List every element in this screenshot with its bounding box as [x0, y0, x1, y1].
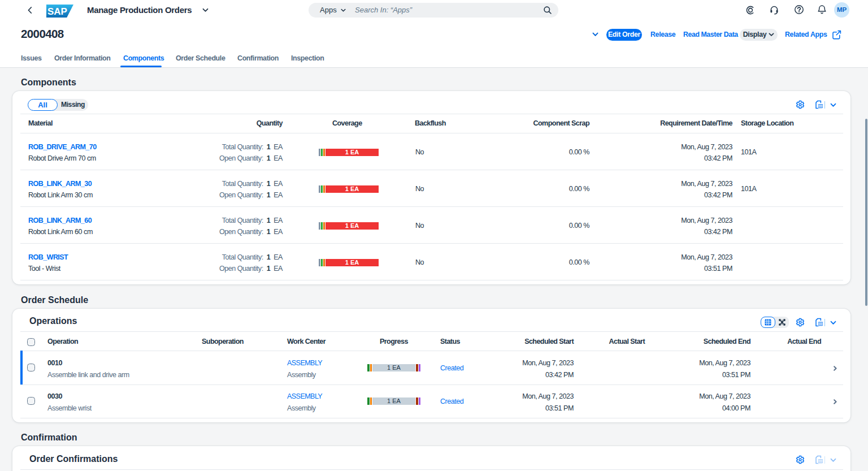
svg-text:SAP: SAP: [47, 6, 67, 17]
